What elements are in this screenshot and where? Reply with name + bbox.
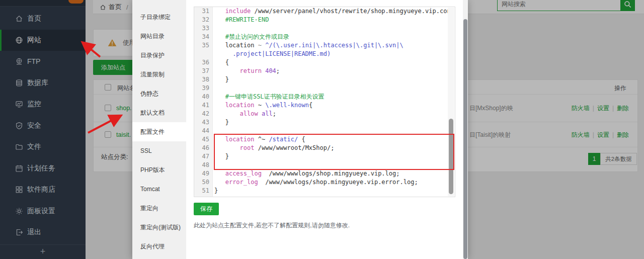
modal-menu-item-ssl[interactable]: SSL xyxy=(132,141,186,160)
modal-menu-item-reverse-proxy[interactable]: 反向代理 xyxy=(132,237,186,256)
code-line: 37 return 404; xyxy=(194,67,455,75)
code-text: #禁止访问的文件或目录 xyxy=(213,33,289,41)
code-line: 31 include /www/server/panel/vhost/rewri… xyxy=(194,7,455,16)
modal-scrollbar-thumb[interactable] xyxy=(463,19,467,259)
code-token xyxy=(214,136,225,143)
line-number: 35 xyxy=(194,41,213,50)
code-text xyxy=(213,161,214,169)
code-text: } xyxy=(213,118,229,127)
code-token: /www/server/panel/vhost/rewrite/shop.min… xyxy=(251,8,455,15)
code-token: error_log xyxy=(225,179,258,186)
line-number: 38 xyxy=(194,75,213,84)
code-text: error_log /www/wwwlogs/shop.mingyueye.vi… xyxy=(213,178,418,187)
line-number: 46 xyxy=(194,144,213,152)
code-text: location ~ \.well-known{ xyxy=(213,101,312,110)
code-token: ; xyxy=(273,110,276,117)
code-token: all xyxy=(262,110,273,117)
line-number: 41 xyxy=(194,101,213,110)
line-number: 47 xyxy=(194,152,213,161)
line-number: 37 xyxy=(194,67,213,75)
modal-menu-item-subdir-bind[interactable]: 子目录绑定 xyxy=(132,8,186,27)
config-editor[interactable]: 31 include /www/server/panel/vhost/rewri… xyxy=(194,7,455,197)
code-token xyxy=(214,8,225,15)
code-text xyxy=(213,84,214,93)
code-token: location xyxy=(214,42,258,49)
modal-menu-item-site-dir[interactable]: 网站目录 xyxy=(132,27,186,46)
code-token: 404 xyxy=(265,67,276,74)
screenshot-root: 首页 / 使用宝 添加站点 网站名 操作 shop.目[MxShop]的映防火墙… xyxy=(0,0,644,259)
code-text: location ~ ^/(\.user.ini|\.htaccess|\.gi… xyxy=(213,41,404,50)
config-hint-text: 此处为站点主配置文件,若您不了解配置规则,请勿随意修改. xyxy=(194,221,350,230)
code-text: } xyxy=(213,187,218,195)
code-token: #禁止访问的文件或目录 xyxy=(225,33,289,40)
code-line: 42 allow all; xyxy=(194,110,455,118)
code-token xyxy=(214,67,240,74)
modal-menu-item-tomcat[interactable]: Tomcat xyxy=(132,180,186,199)
code-line: 39 xyxy=(194,84,455,93)
code-text: #REWRITE-END xyxy=(213,16,269,24)
code-text: .project|LICENSE|README.md) xyxy=(213,50,331,58)
code-token: #REWRITE-END xyxy=(225,16,269,23)
modal-menu-item-redirect-test[interactable]: 重定向(测试版) xyxy=(132,218,186,237)
code-token: location xyxy=(225,102,255,109)
code-token: return xyxy=(240,67,262,74)
modal-menu-item-dir-protect[interactable]: 目录保护 xyxy=(132,46,186,65)
code-token: /www/wwwroot/MxShop/; xyxy=(254,144,334,151)
modal-menu: 子目录绑定网站目录目录保护流量限制伪静态默认文档配置文件SSLPHP版本Tomc… xyxy=(132,0,186,259)
code-text: #一键申请SSL证书验证目录相关设置 xyxy=(213,93,325,101)
code-line: 32 #REWRITE-END xyxy=(194,16,455,24)
line-number: 49 xyxy=(194,169,213,178)
code-text: } xyxy=(213,75,229,84)
site-settings-modal: 子目录绑定网站目录目录保护流量限制伪静态默认文档配置文件SSLPHP版本Tomc… xyxy=(132,0,468,259)
code-token: } xyxy=(214,119,229,126)
modal-menu-item-php-version[interactable]: PHP版本 xyxy=(132,160,186,180)
code-token: \.well-known xyxy=(265,102,309,109)
code-token xyxy=(214,144,240,151)
code-token: { xyxy=(298,136,305,143)
modal-menu-item-rewrite[interactable]: 伪静态 xyxy=(132,84,186,103)
line-number: 31 xyxy=(194,7,213,16)
code-token: } xyxy=(214,76,229,83)
code-token: access_log xyxy=(225,170,262,177)
modal-menu-item-redirect[interactable]: 重定向 xyxy=(132,199,186,218)
code-token: /www/wwwlogs/shop.mingyueye.vip.log; xyxy=(262,170,400,177)
code-token: ^/(\.user.ini|\.htaccess|\.git|\.svn|\ xyxy=(265,42,404,49)
code-line: 45 location ^~ /static/ { xyxy=(194,135,455,144)
code-line: 40 #一键申请SSL证书验证目录相关设置 xyxy=(194,93,455,101)
code-token: include xyxy=(225,8,251,15)
line-number: 39 xyxy=(194,84,213,93)
code-token: /static/ xyxy=(269,136,298,143)
code-token: } xyxy=(214,187,218,194)
code-line: 35 location ~ ^/(\.user.ini|\.htaccess|\… xyxy=(194,41,455,50)
line-number: 40 xyxy=(194,93,213,101)
code-token: ~ xyxy=(258,42,265,49)
code-token xyxy=(214,93,225,100)
code-text: { xyxy=(213,58,229,67)
code-line: 34 #禁止访问的文件或目录 xyxy=(194,33,455,41)
line-number: 51 xyxy=(194,187,213,195)
code-token: { xyxy=(214,59,229,66)
code-text: root /www/wwwroot/MxShop/; xyxy=(213,144,334,152)
modal-scrollbar-track xyxy=(463,0,468,259)
code-token xyxy=(214,33,225,40)
code-token xyxy=(214,179,225,186)
code-token: root xyxy=(240,144,255,151)
code-text: include /www/server/panel/vhost/rewrite/… xyxy=(213,7,455,16)
line-number: 34 xyxy=(194,33,213,41)
modal-menu-item-config-file[interactable]: 配置文件 xyxy=(132,122,186,141)
code-line: .project|LICENSE|README.md) xyxy=(194,50,455,58)
editor-scrollbar-thumb[interactable] xyxy=(449,119,453,194)
code-token xyxy=(214,110,240,117)
code-token xyxy=(214,50,232,57)
code-text xyxy=(213,24,214,33)
code-token: ~ xyxy=(254,102,265,109)
code-token xyxy=(214,170,225,177)
code-text: location ^~ /static/ { xyxy=(213,135,305,144)
code-line: 36 { xyxy=(194,58,455,67)
code-line: 38 } xyxy=(194,75,455,84)
modal-menu-item-default-doc[interactable]: 默认文档 xyxy=(132,103,186,122)
line-number: 45 xyxy=(194,135,213,144)
modal-menu-item-traffic-limit[interactable]: 流量限制 xyxy=(132,65,186,84)
save-button[interactable]: 保存 xyxy=(194,203,219,215)
code-text: } xyxy=(213,152,229,161)
